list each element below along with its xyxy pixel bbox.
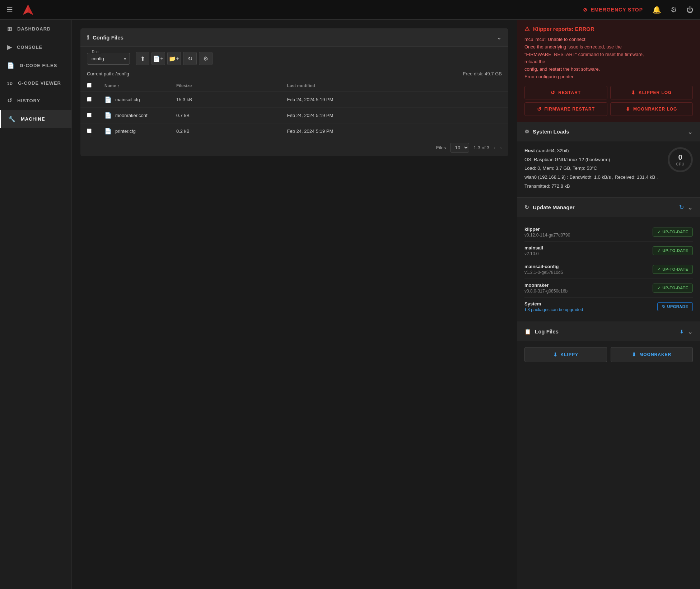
- update-item-name: System: [524, 301, 657, 307]
- config-toolbar: Root config ▾ ⬆ 📄+ 📁+ ↻ ⚙: [80, 47, 508, 69]
- file-name-cell: 📄 mainsail.cfg: [98, 92, 170, 108]
- update-manager-header[interactable]: ↻ Update Manager ↻ ⌄: [517, 198, 700, 217]
- create-folder-button[interactable]: 📁+: [167, 52, 181, 65]
- dashboard-icon: ⊞: [7, 25, 12, 32]
- sidebar-label-dashboard: DASHBOARD: [17, 26, 51, 32]
- config-files-title-area: ℹ Config Files: [87, 34, 123, 41]
- update-item-info: klipper v0.12.0-114-ga77d0790: [524, 226, 653, 238]
- uptodate-badge: ✓ UP-TO-DATE: [653, 284, 693, 293]
- update-item-name: klipper: [524, 226, 653, 232]
- klipper-log-icon: ⬇: [631, 90, 636, 95]
- log-files-collapse-icon[interactable]: ⌄: [687, 328, 693, 336]
- file-name: mainsail.cfg: [115, 97, 140, 102]
- update-item-version: v1.2.1-0-ge57810d5: [524, 270, 653, 275]
- system-loads-collapse-icon[interactable]: ⌄: [687, 128, 693, 136]
- lastmodified-column-header[interactable]: Last modified: [281, 80, 508, 92]
- klipper-log-button[interactable]: ⬇ KLIPPER LOG: [610, 86, 693, 99]
- root-select[interactable]: config: [87, 53, 130, 65]
- klippy-log-button[interactable]: ⬇ KLIPPY: [524, 347, 607, 362]
- next-page-button[interactable]: ›: [500, 145, 502, 151]
- table-row[interactable]: 📄 printer.cfg 0.2 kB Feb 24, 2024 5:19 P…: [80, 123, 508, 139]
- sidebar-item-gcode-files[interactable]: 📄 G-CODE FILES: [0, 56, 71, 75]
- moonraker-log-btn[interactable]: ⬇ MOONRAKER: [611, 347, 693, 362]
- config-settings-button[interactable]: ⚙: [199, 52, 213, 65]
- update-refresh-icon[interactable]: ↻: [679, 204, 684, 211]
- firmware-restart-button[interactable]: ↺ FIRMWARE RESTART: [524, 102, 607, 116]
- machine-icon: 🔧: [8, 116, 16, 122]
- sort-icon: ↑: [117, 84, 120, 88]
- config-files-collapse-icon[interactable]: ⌄: [496, 33, 502, 41]
- upgrade-button[interactable]: ↻ UPGRADE: [657, 302, 693, 311]
- table-row[interactable]: 📄 mainsail.cfg 15.3 kB Feb 24, 2024 5:19…: [80, 92, 508, 108]
- restart-button[interactable]: ↺ RESTART: [524, 86, 607, 99]
- moonraker-log-icon: ⬇: [626, 106, 630, 112]
- sidebar-item-console[interactable]: ▶ CONSOLE: [0, 38, 71, 56]
- system-loads-header[interactable]: ⚙ System Loads ⌄: [517, 122, 700, 141]
- update-manager-collapse-icon[interactable]: ⌄: [687, 204, 693, 211]
- packages-link[interactable]: ℹ 3 packages can be upgraded: [524, 307, 657, 312]
- root-label: Root: [90, 50, 101, 54]
- config-files-card: ℹ Config Files ⌄ Root config ▾ ⬆ 📄+ 📁+: [80, 28, 508, 156]
- error-body: mcu 'mcu': Unable to connect Once the un…: [524, 36, 693, 81]
- sidebar-item-machine[interactable]: 🔧 MACHINE: [0, 110, 71, 128]
- moonraker-log-button[interactable]: ⬇ MOONRAKER LOG: [610, 102, 693, 116]
- path-row: Current path: /config Free disk: 49.7 GB: [80, 69, 508, 80]
- sidebar: ⊞ DASHBOARD ▶ CONSOLE 📄 G-CODE FILES 3D …: [0, 20, 72, 589]
- update-manager-section: ↻ Update Manager ↻ ⌄ klipper v0.12.0-114…: [517, 198, 700, 322]
- sidebar-item-history[interactable]: ↺ HISTORY: [0, 92, 71, 110]
- emergency-stop-button[interactable]: ⊘ EMERGENCY STOP: [583, 7, 643, 13]
- sidebar-item-dashboard[interactable]: ⊞ DASHBOARD: [0, 20, 71, 38]
- menu-icon[interactable]: ☰: [6, 5, 13, 14]
- system-host-row: Host (aarch64, 32bit) OS: Raspbian GNU/L…: [524, 147, 693, 192]
- file-name-cell: 📄 printer.cfg: [98, 123, 170, 139]
- system-network: wlan0 (192.168.1.9) : Bandwidth: 1.0 kB/…: [524, 174, 662, 181]
- system-loads-title-area: ⚙ System Loads: [524, 128, 569, 135]
- table-row[interactable]: 📄 moonraker.conf 0.7 kB Feb 24, 2024 5:1…: [80, 108, 508, 123]
- update-manager-body: klipper v0.12.0-114-ga77d0790 ✓ UP-TO-DA…: [517, 217, 700, 322]
- notifications-icon[interactable]: 🔔: [652, 5, 661, 14]
- upload-file-button[interactable]: ⬆: [136, 52, 149, 65]
- update-item: klipper v0.12.0-114-ga77d0790 ✓ UP-TO-DA…: [524, 223, 693, 242]
- file-checkbox[interactable]: [87, 97, 92, 102]
- log-files-actions: ⬇ ⌄: [680, 328, 693, 336]
- select-all-checkbox[interactable]: [87, 83, 92, 88]
- update-item: moonraker v0.8.0-317-g0850c16b ✓ UP-TO-D…: [524, 279, 693, 298]
- file-checkbox[interactable]: [87, 113, 92, 117]
- system-os: OS: Raspbian GNU/Linux 12 (bookworm): [524, 156, 662, 164]
- create-file-button[interactable]: 📄+: [151, 52, 165, 65]
- refresh-button[interactable]: ↻: [183, 52, 197, 65]
- center-panel: ℹ Config Files ⌄ Root config ▾ ⬆ 📄+ 📁+: [72, 20, 517, 589]
- name-column-header[interactable]: Name ↑: [98, 80, 170, 92]
- cpu-label: CPU: [676, 162, 685, 166]
- info-circle-icon: ℹ: [524, 307, 527, 312]
- file-size: 0.2 kB: [170, 123, 281, 139]
- warning-triangle-icon: ⚠: [524, 25, 529, 32]
- update-item-name: mainsail: [524, 245, 653, 251]
- update-item-name: mainsail-config: [524, 264, 653, 269]
- file-checkbox[interactable]: [87, 128, 92, 133]
- topbar-actions: ⊘ EMERGENCY STOP 🔔 ⚙ ⏻: [583, 5, 694, 14]
- topbar: ☰ ⊘ EMERGENCY STOP 🔔 ⚙ ⏻: [0, 0, 700, 20]
- log-files-header[interactable]: 📋 Log Files ⬇ ⌄: [517, 322, 700, 341]
- moonraker-download-icon: ⬇: [632, 352, 636, 357]
- sidebar-label-machine: MACHINE: [21, 116, 45, 122]
- file-name: printer.cfg: [115, 128, 136, 134]
- sidebar-item-gcode-viewer[interactable]: 3D G-CODE VIEWER: [0, 75, 71, 92]
- log-download-icon[interactable]: ⬇: [680, 329, 684, 335]
- right-panel: ⚠ Klipper reports: ERROR mcu 'mcu': Unab…: [517, 20, 700, 589]
- moonraker-label: MOONRAKER: [639, 352, 671, 357]
- system-info: Host (aarch64, 32bit) OS: Raspbian GNU/L…: [524, 147, 662, 192]
- error-banner: ⚠ Klipper reports: ERROR mcu 'mcu': Unab…: [517, 20, 700, 122]
- prev-page-button[interactable]: ‹: [494, 145, 495, 151]
- system-loads-body: Host (aarch64, 32bit) OS: Raspbian GNU/L…: [517, 141, 700, 197]
- update-item-version: v2.10.0: [524, 251, 653, 256]
- system-loads-icon: ⚙: [524, 128, 529, 135]
- power-icon[interactable]: ⏻: [686, 6, 694, 14]
- app-logo: [22, 3, 34, 16]
- filesize-column-header[interactable]: Filesize: [170, 80, 281, 92]
- file-modified: Feb 24, 2024 5:19 PM: [281, 92, 508, 108]
- file-type-icon: 📄: [104, 112, 112, 119]
- per-page-select[interactable]: 10 25 50: [450, 143, 469, 153]
- settings-icon[interactable]: ⚙: [671, 5, 677, 14]
- update-item: mainsail v2.10.0 ✓ UP-TO-DATE: [524, 242, 693, 260]
